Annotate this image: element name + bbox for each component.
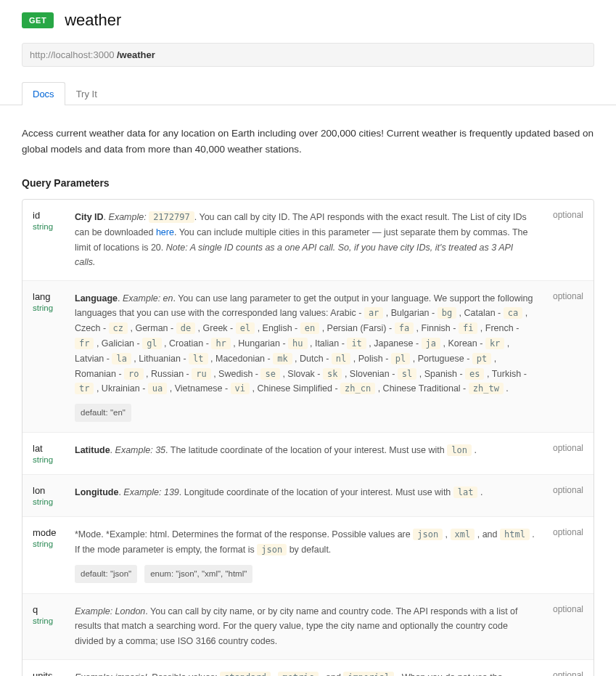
param-label: City ID xyxy=(75,212,104,222)
param-label: Language xyxy=(75,293,118,304)
optional-label: optional xyxy=(543,670,583,676)
param-type: string xyxy=(33,455,75,464)
link-here[interactable]: here xyxy=(156,227,174,237)
param-desc: Example: imperial. Possible values: stan… xyxy=(75,670,543,676)
optional-label: optional xyxy=(543,291,583,422)
url-path: /weather xyxy=(117,49,155,60)
url-base: http://localhost:3000 xyxy=(30,49,117,60)
param-label: Longitude xyxy=(75,487,118,497)
param-row-mode: mode string *Mode. *Example: html. Deter… xyxy=(22,517,594,594)
param-row-lat: lat string Latitude. Example: 35. The la… xyxy=(22,433,594,475)
tab-tryit[interactable]: Try It xyxy=(65,82,108,105)
default-chip: default: "json" xyxy=(75,565,137,583)
param-type: string xyxy=(33,616,75,625)
param-type: string xyxy=(33,304,75,312)
param-desc: Example: London. You can call by city na… xyxy=(75,604,543,649)
optional-label: optional xyxy=(543,604,583,649)
example: Example: imperial xyxy=(75,672,147,676)
param-row-q: q string Example: London. You can call b… xyxy=(22,594,594,660)
param-desc: *Mode. *Example: html. Determines the fo… xyxy=(75,527,543,583)
tab-docs[interactable]: Docs xyxy=(22,82,65,105)
example-prefix: Example: xyxy=(109,212,147,222)
example: Example: London xyxy=(75,606,145,616)
optional-label: optional xyxy=(543,485,583,506)
tabs: Docs Try It xyxy=(0,81,616,105)
description: Access current weather data for any loca… xyxy=(22,126,594,157)
optional-label: optional xyxy=(543,527,583,583)
param-name: q xyxy=(33,604,75,615)
param-desc: Longitude. Example: 139. Longitude coord… xyxy=(75,485,543,506)
param-name: id xyxy=(33,210,75,221)
header: GET weather xyxy=(22,11,594,30)
code-inline: 2172797 xyxy=(149,211,194,223)
param-name: lang xyxy=(33,291,75,302)
optional-label: optional xyxy=(543,443,583,464)
enum-chip: enum: "json", "xml", "html" xyxy=(144,565,252,583)
page-title: weather xyxy=(65,11,121,30)
default-chip: default: "en" xyxy=(75,404,131,422)
section-title: Query Parameters xyxy=(22,177,594,189)
param-type: string xyxy=(33,497,75,506)
param-type: string xyxy=(33,539,75,548)
param-name: lat xyxy=(33,443,75,454)
param-name: mode xyxy=(33,527,75,538)
method-badge: GET xyxy=(22,12,54,28)
param-type: string xyxy=(33,222,75,231)
param-row-lang: lang string Language. Example: en. You c… xyxy=(22,281,594,433)
param-row-id: id string City ID. Example: 2172797. You… xyxy=(22,200,594,281)
param-desc: Language. Example: en. You can use lang … xyxy=(75,291,543,422)
url-bar: http://localhost:3000 /weather xyxy=(22,43,594,67)
param-row-units: units string Example: imperial. Possible… xyxy=(22,660,594,676)
example: Example: 139 xyxy=(123,487,178,497)
example: Example: 35 xyxy=(115,445,165,455)
param-desc: City ID. Example: 2172797. You can call … xyxy=(75,210,543,270)
param-label: Latitude xyxy=(75,445,110,455)
optional-label: optional xyxy=(543,210,583,270)
param-desc: Latitude. Example: 35. The latitude coor… xyxy=(75,443,543,464)
param-name: units xyxy=(33,670,75,676)
example: Example: en xyxy=(123,293,173,304)
params-table: id string City ID. Example: 2172797. You… xyxy=(22,199,594,676)
param-name: lon xyxy=(33,485,75,496)
param-row-lon: lon string Longitude. Example: 139. Long… xyxy=(22,475,594,517)
